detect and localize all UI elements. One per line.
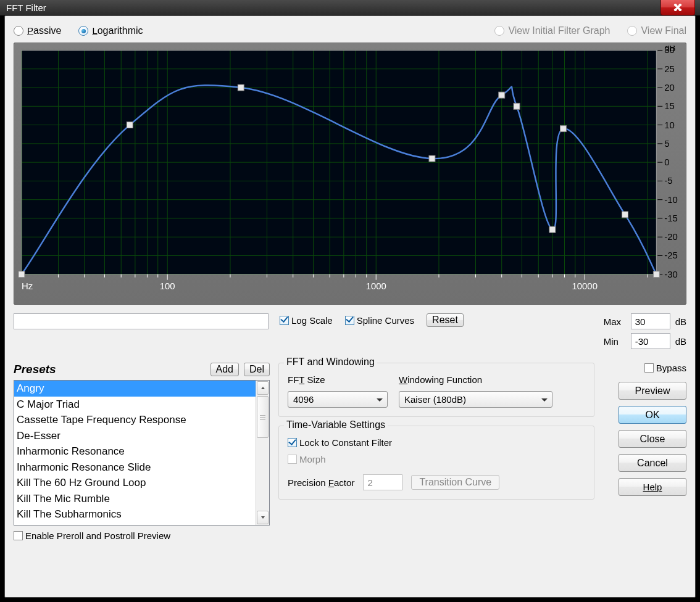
coordinate-readout[interactable] xyxy=(14,313,269,329)
precision-factor-label: Precision Factor xyxy=(288,477,354,488)
svg-text:-10: -10 xyxy=(664,195,678,205)
svg-text:-25: -25 xyxy=(664,250,678,260)
reset-button[interactable]: Reset xyxy=(427,313,464,327)
dialog-body: Passive Logarithmic View Initial Filter … xyxy=(4,15,696,598)
filter-graph[interactable]: 302520151050-5-10-15-20-25-30dBHz1001000… xyxy=(14,43,686,305)
scroll-thumb[interactable] xyxy=(257,396,269,438)
check-log-scale[interactable]: Log Scale xyxy=(280,315,333,326)
radio-view-initial: View Initial Filter Graph xyxy=(494,25,610,36)
svg-text:dB: dB xyxy=(664,46,675,53)
svg-text:1000: 1000 xyxy=(366,281,386,291)
scrollbar[interactable] xyxy=(256,381,269,525)
close-button[interactable]: Close xyxy=(619,430,686,448)
ok-button[interactable]: OK xyxy=(619,406,686,424)
check-morph: Morph xyxy=(288,454,585,464)
svg-rect-111 xyxy=(622,212,628,218)
windowing-label: Windowing Function xyxy=(399,374,482,385)
windowing-select[interactable]: Kaiser (180dB) xyxy=(399,391,552,408)
svg-text:-5: -5 xyxy=(664,176,672,186)
radio-view-final: View Final xyxy=(627,25,686,36)
min-input[interactable] xyxy=(631,333,670,349)
svg-rect-107 xyxy=(499,92,505,98)
svg-text:20: 20 xyxy=(664,83,675,93)
scroll-up-button[interactable] xyxy=(257,381,269,395)
svg-text:100: 100 xyxy=(160,281,175,291)
fft-windowing-group: FFT and Windowing FFT Size 4096 Windowin… xyxy=(278,363,594,417)
svg-text:10: 10 xyxy=(664,120,675,130)
svg-rect-112 xyxy=(653,271,659,278)
del-preset-button[interactable]: Del xyxy=(244,363,270,376)
svg-rect-104 xyxy=(127,122,133,128)
cancel-button[interactable]: Cancel xyxy=(619,454,686,472)
svg-text:10000: 10000 xyxy=(572,281,598,291)
svg-text:25: 25 xyxy=(664,64,675,74)
close-window-button[interactable] xyxy=(660,0,695,15)
help-button[interactable]: Help xyxy=(619,478,686,496)
fft-size-select[interactable]: 4096 xyxy=(288,391,388,408)
check-lock-constant[interactable]: Lock to Constant Filter xyxy=(288,437,585,448)
svg-rect-105 xyxy=(238,85,244,91)
add-preset-button[interactable]: Add xyxy=(210,363,239,376)
radio-passive[interactable]: Passive xyxy=(14,25,61,36)
list-item[interactable]: Cassette Tape Frequency Response xyxy=(14,412,256,428)
precision-factor-input xyxy=(363,474,402,490)
transition-curve-button: Transition Curve xyxy=(411,475,499,490)
svg-text:0: 0 xyxy=(664,157,669,167)
presets-list[interactable]: AngryC Major TriadCassette Tape Frequenc… xyxy=(14,380,270,526)
check-bypass[interactable]: Bypass xyxy=(607,363,686,373)
svg-rect-106 xyxy=(429,155,435,162)
radio-logarithmic[interactable]: Logarithmic xyxy=(78,25,143,36)
svg-rect-108 xyxy=(514,103,520,109)
window-title: FFT Filter xyxy=(6,2,46,13)
max-input[interactable] xyxy=(631,313,670,329)
list-item[interactable]: Kill The Mic Rumble xyxy=(14,491,256,507)
list-item[interactable]: De-Esser xyxy=(14,428,256,444)
scroll-down-button[interactable] xyxy=(257,511,269,524)
list-item[interactable]: Inharmonic Resonance Slide xyxy=(14,460,256,476)
svg-text:-20: -20 xyxy=(664,232,678,242)
max-label: Max xyxy=(604,316,626,327)
svg-rect-110 xyxy=(560,126,566,132)
svg-text:15: 15 xyxy=(664,101,675,111)
check-preroll[interactable]: Enable Preroll and Postroll Preview xyxy=(14,530,270,541)
list-item[interactable]: Kill The 60 Hz Ground Loop xyxy=(14,475,256,491)
svg-text:5: 5 xyxy=(664,139,669,149)
svg-text:-30: -30 xyxy=(664,270,678,279)
titlebar: FFT Filter xyxy=(0,0,700,15)
fft-size-label: FFT Size xyxy=(288,374,325,385)
time-variable-group: Time-Variable Settings Lock to Constant … xyxy=(278,426,594,500)
svg-text:Hz: Hz xyxy=(22,281,33,291)
min-label: Min xyxy=(604,336,626,347)
check-spline-curves[interactable]: Spline Curves xyxy=(345,315,414,326)
list-item[interactable]: C Major Triad xyxy=(14,397,256,413)
svg-text:-15: -15 xyxy=(664,213,678,223)
presets-title: Presets xyxy=(14,363,206,376)
svg-rect-103 xyxy=(19,271,25,278)
list-item[interactable]: Inharmonic Resonance xyxy=(14,443,256,460)
svg-rect-109 xyxy=(549,226,556,233)
preview-button[interactable]: Preview xyxy=(619,382,686,400)
list-item[interactable]: Kill The Subharmonics xyxy=(14,506,256,522)
list-item[interactable]: Angry xyxy=(14,381,256,397)
